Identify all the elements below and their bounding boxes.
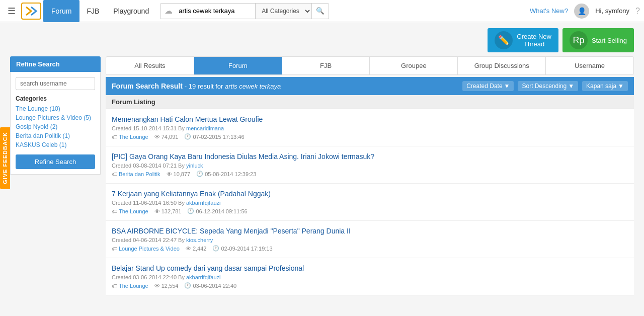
views-count: 132,781: [162, 208, 182, 214]
thread-title[interactable]: 7 Kerjaan yang Keliatannya Enak (Padahal…: [112, 190, 628, 198]
thread-tags: 🏷 Berita dan Politik 👁 10,877 🕐 05-08-20…: [112, 171, 628, 177]
created-date-sort[interactable]: Created Date ▼: [462, 81, 514, 91]
views-icon: 👁: [154, 283, 160, 289]
thread-tags: 🏷 Lounge Pictures & Video 👁 2,442 🕐 02-0…: [112, 245, 628, 252]
content-area: All ResultsForumFJBGroupeeGroup Discussi…: [106, 56, 634, 295]
thread-meta: Created 04-06-2014 22:47 By kios.cherry: [112, 237, 628, 243]
tag-link[interactable]: The Lounge: [119, 134, 148, 140]
tab-all-results[interactable]: All Results: [106, 57, 194, 74]
result-header-left: Forum Search Result - 19 result for arti…: [112, 82, 281, 90]
views-count: 12,554: [162, 283, 179, 289]
author-link[interactable]: kios.cherry: [186, 237, 213, 243]
tag-icon: 🏷: [112, 171, 117, 177]
sidebar: Refine Search Categories The Lounge (10)…: [10, 56, 101, 295]
forum-listing-header: Forum Listing: [106, 95, 634, 109]
search-button[interactable]: 🔍: [311, 4, 329, 19]
playground-nav-link[interactable]: Playground: [106, 0, 156, 22]
thread-meta: Created 11-06-2014 16:50 By akbarrifqifa…: [112, 200, 628, 206]
thread-item: [PIC] Gaya Orang Kaya Baru Indonesia Diu…: [106, 146, 634, 184]
clock-icon: 🕐: [196, 171, 203, 177]
tab-group-discussions[interactable]: Group Discussions: [458, 57, 546, 74]
categories-list: The Lounge (10)Lounge Pictures & Video (…: [16, 105, 95, 148]
tag-item: 🏷 The Lounge: [112, 283, 148, 289]
cat-link-lounge-pictures-&-video[interactable]: Lounge Pictures & Video (5): [16, 114, 95, 121]
tag-icon: 🏷: [112, 134, 117, 140]
tab-fjb[interactable]: FJB: [282, 57, 370, 74]
thread-title[interactable]: [PIC] Gaya Orang Kaya Baru Indonesia Diu…: [112, 152, 628, 161]
sort-order-arrow: ▼: [568, 83, 574, 90]
cloud-icon: ☁: [160, 4, 175, 18]
result-title: Forum Search Result: [112, 82, 183, 90]
search-input[interactable]: [175, 7, 255, 15]
last-post-date: 02-09-2014 17:19:13: [221, 246, 272, 252]
last-post-date: 03-06-2014 22:40: [193, 283, 236, 289]
author-link[interactable]: yinluck: [186, 163, 203, 169]
thread-item: BSA AIRBORNE BICYCLE: Sepeda Yang Menjad…: [106, 221, 634, 258]
created-date-arrow: ▼: [504, 83, 510, 90]
thread-list: Memenangkan Hati Calon Mertua Lewat Grou…: [106, 109, 634, 295]
last-post-item: 🕐 03-06-2014 22:40: [184, 282, 236, 289]
time-filter-label: Kapan saja: [586, 83, 616, 90]
category-select[interactable]: All Categories: [255, 4, 311, 19]
tag-icon: 🏷: [112, 208, 117, 214]
tag-link[interactable]: Berita dan Politik: [119, 171, 160, 177]
author-link[interactable]: mencaridimana: [186, 125, 224, 131]
author-link[interactable]: akbarrifqifauzi: [186, 274, 220, 280]
username-search-input[interactable]: [16, 77, 95, 90]
tag-link[interactable]: Lounge Pictures & Video: [119, 246, 180, 252]
banner-area: ✏️ Create New Thread Rp Start Selling: [0, 22, 644, 56]
create-thread-label: Create New Thread: [517, 33, 551, 48]
user-greeting: Hi, symfony: [595, 7, 629, 15]
sort-order-label: Sort Descending: [522, 83, 567, 90]
views-icon: 👁: [167, 171, 172, 177]
top-nav: ☰ Forum FJB Playground ☁ All Categories …: [0, 0, 644, 22]
tab-groupee[interactable]: Groupee: [370, 57, 458, 74]
author-link[interactable]: akbarrifqifauzi: [186, 200, 220, 206]
result-header-right: Created Date ▼ Sort Descending ▼ Kapan s…: [462, 81, 628, 91]
views-item: 👁 132,781: [154, 208, 182, 214]
thread-meta: Created 03-06-2014 22:40 By akbarrifqifa…: [112, 274, 628, 280]
sort-order-button[interactable]: Sort Descending ▼: [518, 81, 578, 91]
start-selling-button[interactable]: Rp Start Selling: [562, 28, 634, 52]
views-icon: 👁: [154, 208, 160, 214]
cat-link-berita-dan-politik[interactable]: Berita dan Politik (1): [16, 132, 95, 139]
tab-username[interactable]: Username: [546, 57, 633, 74]
thread-tags: 🏷 The Lounge 👁 74,091 🕐 07-02-2015 17:13…: [112, 133, 628, 140]
time-filter-arrow: ▼: [618, 83, 624, 90]
created-date-label: Created Date: [466, 83, 502, 90]
last-post-item: 🕐 05-08-2014 12:39:23: [196, 171, 256, 177]
help-icon[interactable]: ?: [635, 7, 640, 16]
feedback-tab[interactable]: GIVE FEEDBACK: [0, 127, 10, 189]
refine-button[interactable]: Refine Search: [16, 154, 95, 169]
hamburger-icon[interactable]: ☰: [4, 0, 19, 22]
last-post-date: 07-02-2015 17:13:46: [193, 134, 244, 140]
cat-link-kaskus-celeb[interactable]: KASKUS Celeb (1): [16, 141, 95, 148]
logo[interactable]: [21, 3, 41, 20]
tag-link[interactable]: The Lounge: [119, 283, 148, 289]
forum-nav-button[interactable]: Forum: [43, 0, 79, 22]
tab-forum[interactable]: Forum: [194, 57, 282, 74]
whats-new-link[interactable]: What's New?: [530, 7, 568, 15]
views-count: 74,091: [162, 134, 179, 140]
main-container: Refine Search Categories The Lounge (10)…: [0, 56, 644, 305]
thread-title[interactable]: BSA AIRBORNE BICYCLE: Sepeda Yang Menjad…: [112, 227, 628, 235]
feedback-bar: GIVE FEEDBACK: [0, 127, 10, 189]
create-thread-button[interactable]: ✏️ Create New Thread: [488, 28, 558, 52]
cat-link-gosip-nyok![interactable]: Gosip Nyok! (2): [16, 123, 95, 130]
cat-link-the-lounge[interactable]: The Lounge (10): [16, 105, 95, 112]
time-filter-button[interactable]: Kapan saja ▼: [582, 81, 628, 91]
thread-title[interactable]: Memenangkan Hati Calon Mertua Lewat Grou…: [112, 115, 628, 123]
views-count: 2,442: [193, 246, 207, 252]
tag-link[interactable]: The Lounge: [119, 208, 148, 214]
thread-title[interactable]: Belajar Stand Up comedy dari yang dasar …: [112, 264, 628, 272]
tabs: All ResultsForumFJBGroupeeGroup Discussi…: [106, 56, 634, 75]
tag-item: 🏷 The Lounge: [112, 134, 148, 140]
result-header: Forum Search Result - 19 result for arti…: [106, 77, 634, 95]
views-item: 👁 2,442: [186, 246, 207, 252]
avatar: 👤: [574, 4, 589, 19]
clock-icon: 🕐: [184, 282, 191, 289]
thread-tags: 🏷 The Lounge 👁 132,781 🕐 06-12-2014 09:1…: [112, 208, 628, 214]
fjb-nav-link[interactable]: FJB: [79, 0, 106, 22]
start-selling-label: Start Selling: [592, 37, 627, 44]
views-icon: 👁: [154, 134, 160, 140]
